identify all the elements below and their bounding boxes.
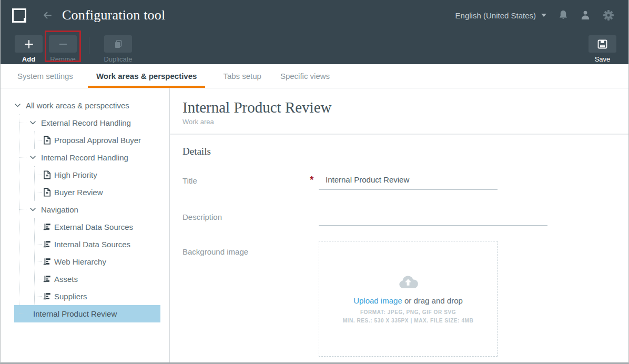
background-image-label: Background image bbox=[182, 240, 310, 256]
app-logo-icon bbox=[12, 8, 26, 23]
tree-children: Proposal Approval Buyer bbox=[34, 132, 169, 149]
plus-icon bbox=[24, 39, 34, 49]
section-divider bbox=[170, 134, 628, 135]
tree-item-assets[interactable]: Assets bbox=[35, 270, 169, 288]
chevron-down-icon[interactable] bbox=[30, 156, 36, 159]
tree-item-suppliers[interactable]: Suppliers bbox=[35, 288, 169, 305]
tree-item-label: Navigation bbox=[41, 205, 78, 214]
perspective-document-icon bbox=[43, 188, 51, 197]
back-arrow-icon bbox=[41, 9, 54, 22]
tree-item-proposal-approval-buyer[interactable]: Proposal Approval Buyer bbox=[35, 132, 169, 149]
tree-item-internal-product-review[interactable]: Internal Product Review bbox=[14, 305, 160, 322]
save-button-label: Save bbox=[595, 55, 611, 63]
tab-bar: System settings Work areas & perspective… bbox=[1, 64, 628, 88]
hierarchy-icon bbox=[43, 275, 51, 283]
description-input[interactable] bbox=[319, 211, 547, 226]
upload-format-hint: FORMAT: JPEG, PNG, GIF OR SVG bbox=[360, 309, 456, 315]
save-button[interactable]: Save bbox=[589, 35, 616, 53]
tree-connector bbox=[35, 175, 42, 175]
settings-button[interactable] bbox=[602, 9, 615, 22]
app-title: Configuration tool bbox=[62, 7, 165, 23]
tree-connector bbox=[19, 157, 26, 158]
app-window: Configuration tool English (United State… bbox=[0, 0, 629, 364]
tab-tabs-setup[interactable]: Tabs setup bbox=[222, 64, 262, 88]
tree-item-label: Suppliers bbox=[54, 292, 87, 301]
tree-item-label: Assets bbox=[54, 275, 78, 284]
tree-connector bbox=[19, 314, 26, 314]
tree-connector bbox=[35, 140, 42, 140]
tree-children: High Priority bbox=[34, 166, 169, 201]
upload-drag-text: or drag and drop bbox=[402, 296, 463, 305]
toolbar-divider bbox=[89, 37, 89, 54]
description-field-row: Description bbox=[182, 211, 628, 226]
tree-item-external-data-sources[interactable]: External Data Sources bbox=[35, 218, 169, 236]
bell-icon bbox=[558, 9, 569, 21]
page-subtitle: Work area bbox=[182, 118, 628, 126]
duplicate-button[interactable]: Duplicate bbox=[104, 35, 132, 53]
upload-instruction: Upload image or drag and drop bbox=[353, 296, 463, 305]
tab-specific-views[interactable]: Specific views bbox=[279, 64, 331, 88]
details-heading: Details bbox=[182, 146, 628, 157]
user-icon bbox=[580, 10, 591, 21]
chevron-down-icon[interactable] bbox=[30, 208, 36, 211]
description-field-label: Description bbox=[182, 211, 310, 221]
back-button[interactable] bbox=[41, 9, 54, 22]
notifications-button[interactable] bbox=[558, 9, 569, 21]
details-section: Details Title * Internal Product Review … bbox=[170, 146, 628, 357]
tree-item-label: External Record Handling bbox=[41, 118, 131, 127]
add-button-label: Add bbox=[22, 55, 35, 63]
tree-item-buyer-review[interactable]: Buyer Review bbox=[35, 184, 169, 201]
tab-system-settings[interactable]: System settings bbox=[16, 64, 74, 88]
title-input[interactable]: Internal Product Review bbox=[319, 175, 498, 190]
hierarchy-icon bbox=[43, 258, 51, 266]
chevron-down-icon[interactable] bbox=[30, 121, 36, 125]
image-dropzone[interactable]: Upload image or drag and drop FORMAT: JP… bbox=[319, 241, 498, 357]
title-block: Internal Product Review Work area bbox=[170, 88, 628, 126]
remove-button-face[interactable] bbox=[49, 35, 77, 53]
tree-item-high-priority[interactable]: High Priority bbox=[35, 166, 169, 184]
tree-item-label: Internal Product Review bbox=[33, 309, 117, 318]
main-panel: Internal Product Review Work area Detail… bbox=[170, 88, 628, 362]
tree-connector bbox=[35, 244, 42, 245]
add-button[interactable]: Add bbox=[15, 35, 43, 53]
tree-item-label: External Data Sources bbox=[54, 223, 133, 231]
save-button-face[interactable] bbox=[589, 35, 616, 53]
tree-item-internal-record-handling[interactable]: Internal Record Handling bbox=[19, 149, 169, 166]
user-menu-button[interactable] bbox=[580, 10, 591, 21]
tree-item-label: All work areas & perspectives bbox=[26, 101, 129, 110]
upload-size-hint: MIN. RES.: 530 X 335PX | MAX. FILE SIZE:… bbox=[343, 318, 474, 323]
duplicate-icon bbox=[113, 39, 124, 49]
tree-connector bbox=[35, 296, 42, 297]
toolbar: Add Remove Duplicate bbox=[1, 31, 628, 64]
duplicate-button-face[interactable] bbox=[104, 35, 132, 53]
minus-icon bbox=[58, 39, 68, 49]
tree-item-label: Web Hierarchy bbox=[54, 257, 106, 266]
tree-connector bbox=[19, 123, 26, 123]
hierarchy-icon bbox=[43, 223, 51, 231]
remove-button[interactable]: Remove bbox=[49, 35, 77, 53]
app-header: Configuration tool English (United State… bbox=[1, 0, 628, 31]
required-asterisk: * bbox=[310, 175, 319, 185]
remove-button-label: Remove bbox=[50, 55, 75, 63]
header-actions: English (United States) bbox=[455, 0, 615, 31]
upload-image-link[interactable]: Upload image bbox=[353, 296, 402, 305]
tree-children: External Data Sources bbox=[34, 218, 169, 305]
tree-item-external-record-handling[interactable]: External Record Handling bbox=[19, 114, 169, 132]
chevron-down-icon[interactable] bbox=[15, 104, 21, 107]
tree-item-label: Internal Record Handling bbox=[41, 153, 128, 162]
tree-item-label: Buyer Review bbox=[54, 188, 103, 197]
tree-item-web-hierarchy[interactable]: Web Hierarchy bbox=[35, 253, 169, 270]
add-button-face[interactable] bbox=[15, 35, 43, 53]
tree-connector bbox=[35, 192, 42, 193]
tree-connector bbox=[35, 227, 42, 227]
language-selector[interactable]: English (United States) bbox=[455, 11, 546, 20]
tab-work-areas-perspectives[interactable]: Work areas & perspectives bbox=[88, 64, 206, 88]
duplicate-button-label: Duplicate bbox=[104, 55, 132, 63]
tree-children: External Record Handling bbox=[19, 114, 169, 322]
title-field-row: Title * Internal Product Review bbox=[182, 175, 628, 190]
page-title: Internal Product Review bbox=[182, 99, 628, 116]
hierarchy-icon bbox=[43, 292, 51, 300]
tree-item-internal-data-sources[interactable]: Internal Data Sources bbox=[35, 236, 169, 253]
tree-item-all-work-areas[interactable]: All work areas & perspectives bbox=[1, 97, 169, 114]
tree-item-navigation[interactable]: Navigation bbox=[19, 201, 169, 218]
